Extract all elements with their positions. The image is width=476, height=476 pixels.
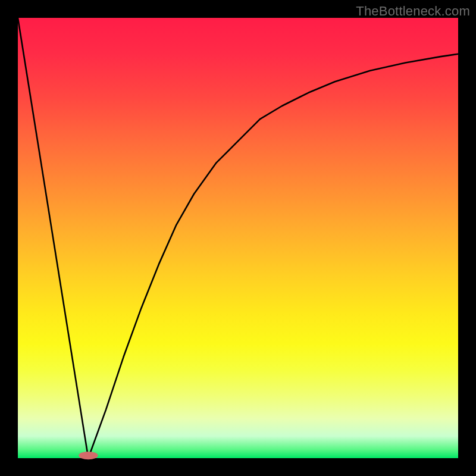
marker-group — [79, 452, 98, 459]
curve-group — [18, 18, 458, 458]
chart-frame: TheBottleneck.com — [0, 0, 476, 476]
bottleneck-curve — [18, 18, 458, 458]
plot-area — [18, 18, 458, 458]
watermark-text: TheBottleneck.com — [356, 4, 470, 19]
minimum-marker — [79, 452, 98, 459]
curve-svg — [18, 18, 458, 458]
